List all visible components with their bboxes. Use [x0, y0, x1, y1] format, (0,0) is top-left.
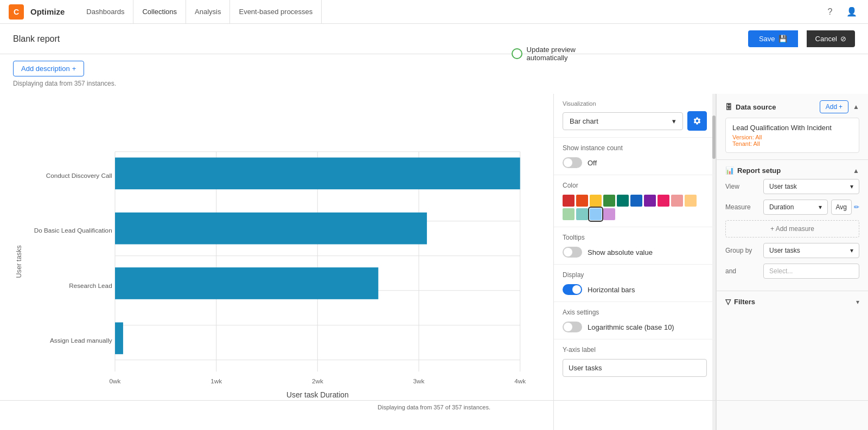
swatch-yellow[interactable]	[590, 195, 602, 207]
y-axis-section: Y-axis label	[554, 339, 716, 383]
viz-settings-button[interactable]	[687, 111, 707, 131]
and-select[interactable]: Select...	[763, 264, 859, 279]
nav-dashboards[interactable]: Dashboards	[78, 0, 133, 24]
measure-select[interactable]: Duration ▾	[763, 200, 828, 215]
user-icon[interactable]: 👤	[844, 4, 859, 20]
scrollbar-track	[712, 94, 716, 430]
viz-label: Visualization	[563, 100, 707, 107]
measure-edit-icon[interactable]: ✏	[854, 203, 859, 211]
add-data-source-button[interactable]: Add +	[820, 100, 848, 113]
measure-row: Measure Duration ▾ Avg ✏	[725, 200, 859, 215]
bar-lead-qualification	[115, 213, 427, 245]
bar-chart: User tasks Conduct Discovery Call	[11, 105, 532, 419]
bar-label-research: Research Lead	[69, 282, 112, 289]
swatch-red[interactable]	[563, 195, 575, 207]
tooltips-row: Show absolute value	[563, 247, 707, 258]
swatch-pink-light[interactable]	[658, 195, 669, 207]
y-axis-label: User tasks	[15, 245, 23, 278]
color-swatches	[563, 195, 707, 220]
x-tick-4: 4wk	[514, 377, 526, 384]
tooltips-label: Tooltips	[563, 234, 707, 241]
x-tick-3: 3wk	[413, 377, 425, 384]
chevron-down-icon: ▾	[819, 203, 822, 211]
chevron-down-icon: ▾	[850, 183, 853, 190]
show-instance-count-toggle[interactable]	[563, 157, 582, 168]
data-source-tenant: Tenant: All	[732, 140, 852, 147]
cancel-button[interactable]: Cancel ⊘	[807, 30, 855, 47]
brand-name: Optimize	[30, 7, 65, 16]
view-label: View	[725, 183, 763, 190]
nav-event-processes[interactable]: Event-based processes	[230, 0, 322, 24]
report-setup-header: 📊 Report setup ▲	[725, 166, 859, 175]
logarithmic-toggle[interactable]	[563, 322, 582, 332]
save-button[interactable]: Save 💾	[748, 30, 798, 47]
scrollbar-thumb[interactable]	[712, 115, 716, 159]
show-absolute-toggle[interactable]	[563, 247, 582, 258]
color-section: Color	[554, 175, 716, 227]
viz-select-dropdown[interactable]: Bar chart ▾	[563, 112, 683, 130]
bar-label-lead: Do Basic Lead Qualification	[34, 227, 112, 234]
horizontal-bars-toggle[interactable]	[563, 284, 582, 295]
swatch-teal-light[interactable]	[576, 208, 588, 220]
data-source-collapse-icon[interactable]: ▲	[853, 103, 859, 111]
cancel-icon: ⊘	[840, 35, 846, 43]
show-instance-count-value: Off	[588, 159, 597, 167]
swatch-red-light[interactable]	[671, 195, 683, 207]
swatch-teal[interactable]	[617, 195, 629, 207]
swatch-purple-light[interactable]	[603, 208, 615, 220]
group-by-row: Group by User tasks ▾	[725, 243, 859, 258]
visualization-panel: Visualization Bar chart ▾ Show instance …	[553, 94, 716, 430]
help-icon[interactable]: ?	[822, 4, 838, 20]
swatch-green-light[interactable]	[563, 208, 575, 220]
data-source-name: Lead Qualification With Incident	[732, 124, 852, 132]
brand-logo: C	[9, 4, 24, 20]
add-description-button[interactable]: Add description +	[13, 61, 84, 76]
bar-label-assign: Assign Lead manually	[50, 337, 112, 344]
viz-panel-header: Visualization Bar chart ▾	[554, 94, 716, 137]
group-by-label: Group by	[725, 247, 763, 254]
update-preview-toggle-row: ✓ Update preview automatically	[512, 46, 577, 62]
bar-assign-lead	[115, 323, 123, 355]
nav-analysis[interactable]: Analysis	[186, 0, 230, 24]
chart-icon: 📊	[725, 166, 734, 175]
swatch-blue-light[interactable]	[590, 208, 602, 220]
filters-collapse-icon[interactable]: ▾	[856, 298, 859, 306]
data-source-card: Lead Qualification With Incident Version…	[725, 118, 859, 153]
chart-area: User tasks Conduct Discovery Call	[0, 94, 553, 430]
swatch-orange[interactable]	[576, 195, 588, 207]
report-setup-collapse-icon[interactable]: ▲	[853, 167, 859, 175]
report-setup-section: 📊 Report setup ▲ View User task ▾ Measur…	[717, 160, 868, 291]
swatch-orange-light[interactable]	[685, 195, 697, 207]
measure-agg-select[interactable]: Avg	[831, 200, 852, 215]
filters-header: ▽ Filters ▾	[725, 298, 859, 306]
show-absolute-label: Show absolute value	[588, 248, 653, 256]
chevron-down-icon: ▾	[850, 247, 853, 254]
filter-icon: ▽	[725, 298, 731, 306]
group-by-select[interactable]: User tasks ▾	[763, 243, 859, 258]
report-title-input[interactable]	[13, 34, 731, 44]
horizontal-bars-row: Horizontal bars	[563, 284, 707, 295]
nav-collections[interactable]: Collections	[133, 0, 186, 24]
data-source-header: 🗄 Data source Add + ▲	[725, 100, 859, 113]
filters-title: ▽ Filters	[725, 298, 755, 306]
top-navigation: C Optimize Dashboards Collections Analys…	[0, 0, 868, 24]
description-area: Add description + Displaying data from 3…	[0, 54, 868, 94]
view-row: View User task ▾	[725, 179, 859, 194]
show-instance-count-row: Off	[563, 157, 707, 168]
swatch-green[interactable]	[603, 195, 615, 207]
data-source-version: Version: All	[732, 134, 852, 140]
y-axis-input[interactable]	[563, 359, 707, 377]
x-axis-label: User task Duration	[286, 390, 349, 399]
axis-settings-label: Axis settings	[563, 309, 707, 316]
swatch-purple[interactable]	[644, 195, 656, 207]
update-preview-toggle[interactable]: ✓	[512, 48, 522, 59]
view-select[interactable]: User task ▾	[763, 179, 859, 194]
data-source-section: 🗄 Data source Add + ▲ Lead Qualification…	[717, 94, 868, 160]
database-icon: 🗄	[725, 103, 732, 111]
plus-icon: +	[839, 103, 843, 111]
swatch-blue[interactable]	[630, 195, 642, 207]
chart-container: User tasks Conduct Discovery Call	[0, 94, 553, 430]
chevron-down-icon: ▾	[672, 117, 676, 125]
nav-icons: ? 👤	[822, 4, 859, 20]
add-measure-button[interactable]: + Add measure	[725, 220, 859, 238]
